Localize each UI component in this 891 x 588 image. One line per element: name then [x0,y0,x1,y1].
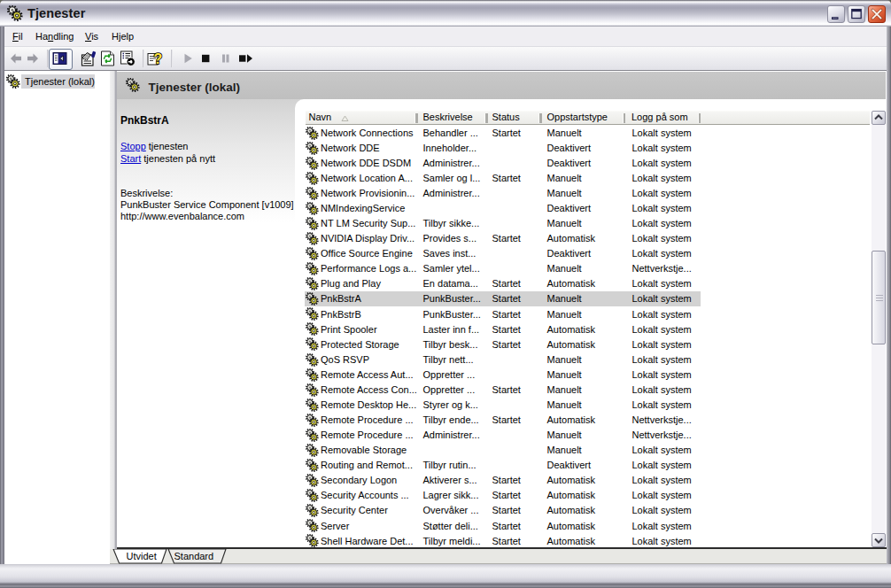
svg-text:?: ? [154,51,163,66]
